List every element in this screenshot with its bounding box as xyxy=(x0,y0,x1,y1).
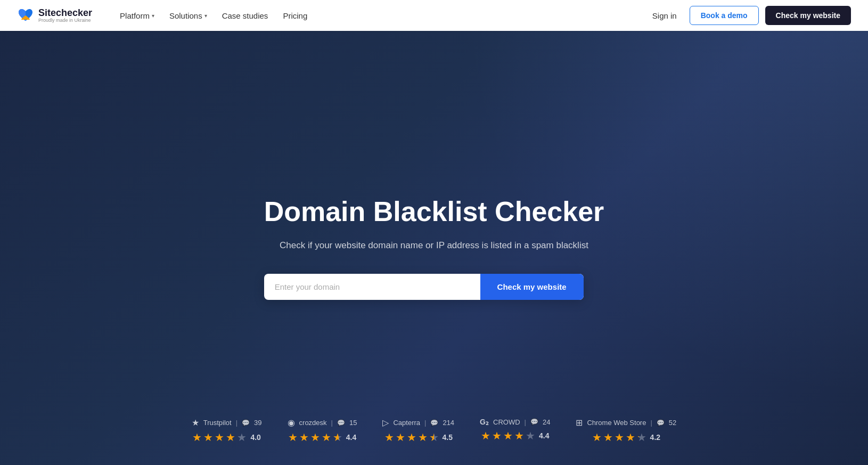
g2-icon: G₂ xyxy=(480,418,489,426)
hero-subtitle: Check if your website domain name or IP … xyxy=(264,239,604,252)
logo-icon xyxy=(17,8,34,23)
rating-trustpilot: ★ Trustpilot | 💬 39 ★ ★ ★ ★ ★ 4.0 xyxy=(192,418,262,444)
g2-count: 24 xyxy=(543,418,550,426)
sign-in-link[interactable]: Sign in xyxy=(646,7,683,25)
chrome-count: 52 xyxy=(669,419,676,427)
chrome-label: Chrome Web Store xyxy=(587,419,646,427)
nav-right: Sign in Book a demo Check my website xyxy=(646,6,851,25)
capterra-stars: ★ ★ ★ ★ ★ 4.5 xyxy=(384,431,453,444)
navbar: Sitechecker Proudly made in Ukraine Plat… xyxy=(0,0,868,31)
comment-icon: 💬 xyxy=(337,419,345,427)
chevron-down-icon: ▾ xyxy=(152,13,154,19)
logo-sub: Proudly made in Ukraine xyxy=(38,18,92,23)
chrome-stars: ★ ★ ★ ★ ★ 4.2 xyxy=(592,431,660,444)
rating-g2crowd: G₂ CROWD | 💬 24 ★ ★ ★ ★ ★ 4.4 xyxy=(480,418,550,444)
logo-name: Sitechecker xyxy=(38,8,92,19)
hero-title: Domain Blacklist Checker xyxy=(264,196,604,228)
crozdesk-count: 15 xyxy=(349,419,357,427)
comment-icon: 💬 xyxy=(242,419,250,427)
hero-content: Domain Blacklist Checker Check if your w… xyxy=(253,196,615,299)
comment-icon: 💬 xyxy=(430,419,438,427)
check-website-hero-button[interactable]: Check my website xyxy=(480,274,584,300)
book-demo-button[interactable]: Book a demo xyxy=(690,6,759,25)
check-website-header-button[interactable]: Check my website xyxy=(765,6,851,25)
hero-section: Domain Blacklist Checker Check if your w… xyxy=(0,0,868,465)
nav-solutions[interactable]: Solutions ▾ xyxy=(163,7,214,25)
trustpilot-stars: ★ ★ ★ ★ ★ 4.0 xyxy=(192,431,260,444)
crozdesk-label: crozdesk xyxy=(299,419,327,427)
nav-links: Platform ▾ Solutions ▾ Case studies Pric… xyxy=(113,7,646,25)
comment-icon: 💬 xyxy=(657,419,665,427)
search-bar: Check my website xyxy=(264,274,584,300)
domain-input[interactable] xyxy=(264,274,480,300)
trustpilot-label: Trustpilot xyxy=(203,419,232,427)
ratings-bar: ★ Trustpilot | 💬 39 ★ ★ ★ ★ ★ 4.0 ◉ croz… xyxy=(0,418,868,444)
chrome-icon: ⊞ xyxy=(576,418,583,428)
trustpilot-icon: ★ xyxy=(192,418,199,428)
g2-label: CROWD xyxy=(493,418,520,426)
g2-stars: ★ ★ ★ ★ ★ 4.4 xyxy=(481,429,549,442)
capterra-count: 214 xyxy=(443,419,454,427)
comment-icon: 💬 xyxy=(530,418,538,426)
crozdesk-stars: ★ ★ ★ ★ ★ 4.4 xyxy=(288,431,356,444)
rating-chrome: ⊞ Chrome Web Store | 💬 52 ★ ★ ★ ★ ★ 4.2 xyxy=(576,418,676,444)
logo-link[interactable]: Sitechecker Proudly made in Ukraine xyxy=(17,8,92,23)
nav-case-studies[interactable]: Case studies xyxy=(216,7,275,25)
nav-pricing[interactable]: Pricing xyxy=(276,7,314,25)
capterra-label: Capterra xyxy=(393,419,420,427)
chevron-down-icon: ▾ xyxy=(204,13,207,19)
nav-platform[interactable]: Platform ▾ xyxy=(113,7,161,25)
rating-capterra: ▷ Capterra | 💬 214 ★ ★ ★ ★ ★ 4.5 xyxy=(382,418,454,444)
rating-crozdesk: ◉ crozdesk | 💬 15 ★ ★ ★ ★ ★ 4.4 xyxy=(288,418,357,444)
crozdesk-icon: ◉ xyxy=(288,418,295,428)
trustpilot-count: 39 xyxy=(254,419,261,427)
capterra-icon: ▷ xyxy=(382,418,389,428)
